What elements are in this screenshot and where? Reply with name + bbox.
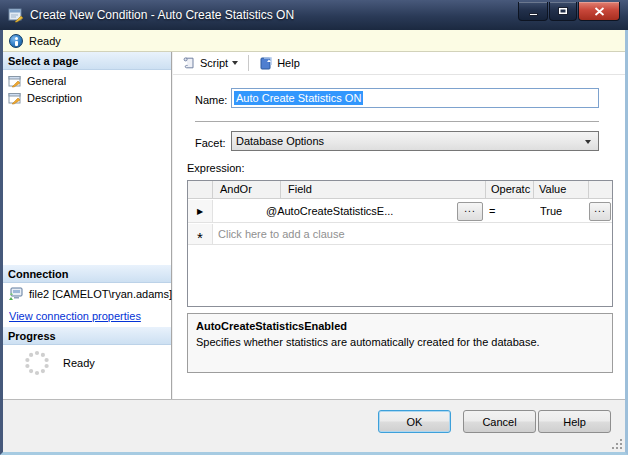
property-name: AutoCreateStatisticsEnabled xyxy=(196,320,604,332)
facet-label: Facet: xyxy=(195,137,226,149)
info-icon xyxy=(9,34,23,48)
script-icon xyxy=(182,56,196,70)
form-divider xyxy=(195,121,599,122)
window-controls xyxy=(518,2,620,21)
resize-grip[interactable] xyxy=(610,437,622,449)
grid-header-andor: AndOr xyxy=(213,181,281,199)
connection-name: file2 [CAMELOT\ryan.adams] xyxy=(29,288,172,300)
page-icon xyxy=(8,91,22,105)
expression-grid: AndOr Field Operatc Value ▶ @AutoCreateS… xyxy=(187,180,613,307)
sidebar-item-label: General xyxy=(27,75,66,87)
titlebar[interactable]: Create New Condition - Auto Create Stati… xyxy=(0,0,628,30)
clause-row[interactable]: ▶ @AutoCreateStatisticsE... ... = True .… xyxy=(188,200,612,223)
server-icon xyxy=(8,287,24,301)
minimize-icon xyxy=(529,13,538,16)
dialog-window: Create New Condition - Auto Create Stati… xyxy=(0,0,628,455)
cancel-button[interactable]: Cancel xyxy=(463,410,536,433)
grid-header-field: Field xyxy=(281,181,486,199)
new-clause-row[interactable]: * Click here to add a clause xyxy=(188,224,612,245)
progress-status: Ready xyxy=(23,349,95,377)
sidebar-item-label: Description xyxy=(27,92,82,104)
name-input[interactable]: Auto Create Statistics ON xyxy=(231,88,599,108)
script-button-label: Script xyxy=(200,57,228,69)
close-button[interactable] xyxy=(578,2,620,21)
help-button[interactable]: Help xyxy=(255,54,304,72)
close-icon xyxy=(594,7,605,16)
operator-cell[interactable]: = xyxy=(489,200,531,222)
property-description-text: Specifies whether statistics are automat… xyxy=(196,336,604,348)
spinner-icon xyxy=(23,349,51,377)
sidebar-item-general[interactable]: General xyxy=(8,73,66,89)
help-icon xyxy=(259,56,273,70)
property-description-panel: AutoCreateStatisticsEnabled Specifies wh… xyxy=(187,313,613,373)
grid-header-selector xyxy=(188,181,213,199)
chevron-down-icon xyxy=(232,61,238,65)
name-input-value: Auto Create Statistics ON xyxy=(234,91,363,105)
footer: OK Cancel Help xyxy=(3,399,625,452)
grid-header-buttons xyxy=(589,181,612,199)
progress-header: Progress xyxy=(3,327,171,345)
status-text: Ready xyxy=(29,35,61,47)
toolbar-separator xyxy=(248,55,249,71)
view-connection-properties-link[interactable]: View connection properties xyxy=(9,310,141,322)
row-selector-icon: ▶ xyxy=(188,200,213,222)
minimize-button[interactable] xyxy=(518,2,548,21)
field-cell[interactable]: @AutoCreateStatisticsE... xyxy=(266,200,454,222)
script-button[interactable]: Script xyxy=(178,54,242,72)
maximize-icon xyxy=(558,7,568,15)
grid-header-operator: Operatc xyxy=(486,181,534,199)
connection-header: Connection xyxy=(3,265,171,283)
grid-header-value: Value xyxy=(534,181,589,199)
page-icon xyxy=(8,74,22,88)
name-label: Name: xyxy=(195,94,227,106)
facet-dropdown-value: Database Options xyxy=(236,135,324,147)
toolbar: Script Help xyxy=(173,52,625,75)
select-a-page-header: Select a page xyxy=(3,52,171,70)
grid-header-row: AndOr Field Operatc Value xyxy=(188,181,612,199)
new-row-icon: * xyxy=(188,224,213,244)
main-panel: Script Help Name: Aut xyxy=(173,52,625,399)
ok-button[interactable]: OK xyxy=(378,410,451,433)
help-button-label: Help xyxy=(277,57,300,69)
dropdown-arrow-icon xyxy=(585,140,591,144)
help-footer-button[interactable]: Help xyxy=(538,410,611,433)
status-bar: Ready xyxy=(3,30,625,52)
window-title: Create New Condition - Auto Create Stati… xyxy=(30,8,294,22)
add-clause-placeholder[interactable]: Click here to add a clause xyxy=(218,224,608,244)
expression-label: Expression: xyxy=(187,162,244,174)
value-cell[interactable]: True xyxy=(540,200,588,222)
sidebar-item-description[interactable]: Description xyxy=(8,90,82,106)
condition-window-icon xyxy=(8,7,24,23)
sidebar: Select a page General xyxy=(3,52,172,399)
progress-status-text: Ready xyxy=(63,357,95,369)
dialog-client-area: Ready Select a page General xyxy=(3,30,625,452)
connection-server: file2 [CAMELOT\ryan.adams] xyxy=(8,286,172,302)
field-ellipsis-button[interactable]: ... xyxy=(457,202,483,221)
maximize-button[interactable] xyxy=(549,2,577,21)
value-ellipsis-button[interactable]: ... xyxy=(589,202,611,221)
facet-dropdown[interactable]: Database Options xyxy=(231,131,599,151)
